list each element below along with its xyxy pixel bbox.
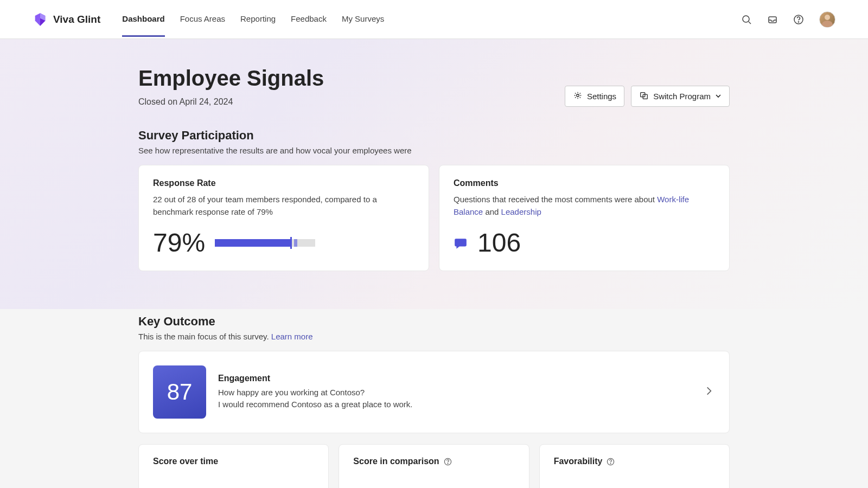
tab-reporting[interactable]: Reporting bbox=[240, 2, 276, 37]
info-icon[interactable] bbox=[607, 458, 615, 466]
switch-icon bbox=[639, 91, 649, 102]
response-rate-title: Response Rate bbox=[153, 178, 414, 188]
page-closed-date: Closed on April 24, 2024 bbox=[138, 97, 324, 107]
header-actions bbox=[741, 11, 835, 28]
brand[interactable]: Viva Glint bbox=[33, 12, 100, 27]
favorability-card[interactable]: Favorability bbox=[539, 444, 730, 488]
comments-title: Comments bbox=[454, 178, 715, 188]
comments-card: Comments Questions that received the mos… bbox=[439, 165, 730, 271]
svg-point-0 bbox=[743, 16, 749, 22]
response-rate-value: 79% bbox=[153, 228, 205, 258]
switch-label: Switch Program bbox=[653, 92, 711, 101]
favorability-title: Favorability bbox=[554, 457, 715, 466]
search-icon[interactable] bbox=[741, 14, 752, 25]
svg-point-4 bbox=[798, 21, 799, 22]
comment-icon bbox=[454, 236, 468, 249]
response-rate-card: Response Rate 22 out of 28 of your team … bbox=[138, 165, 429, 271]
response-rate-bar bbox=[215, 239, 315, 247]
svg-point-9 bbox=[448, 463, 448, 464]
tab-focus-areas[interactable]: Focus Areas bbox=[180, 2, 225, 37]
engagement-line2: I would recommend Contoso as a great pla… bbox=[218, 399, 691, 411]
svg-point-11 bbox=[611, 463, 611, 464]
page-title: Employee Signals bbox=[138, 66, 324, 91]
viva-glint-logo-icon bbox=[33, 12, 48, 27]
comments-count: 106 bbox=[477, 228, 521, 258]
score-in-comparison-card[interactable]: Score in comparison bbox=[339, 444, 529, 488]
participation-title: Survey Participation bbox=[138, 129, 730, 143]
learn-more-link[interactable]: Learn more bbox=[271, 332, 313, 341]
settings-label: Settings bbox=[587, 92, 616, 101]
outcome-section-subtitle: This is the main focus of this survey. L… bbox=[138, 332, 730, 341]
help-icon[interactable] bbox=[793, 14, 804, 25]
hero-section: Employee Signals Closed on April 24, 202… bbox=[0, 39, 868, 309]
avatar[interactable] bbox=[819, 11, 835, 28]
chevron-right-icon bbox=[703, 385, 715, 399]
tab-dashboard[interactable]: Dashboard bbox=[122, 2, 164, 37]
engagement-card[interactable]: 87 Engagement How happy are you working … bbox=[138, 351, 730, 433]
gear-icon bbox=[573, 91, 583, 102]
top-header: Viva Glint Dashboard Focus Areas Reporti… bbox=[0, 0, 868, 39]
svg-line-1 bbox=[749, 22, 751, 24]
inbox-icon[interactable] bbox=[767, 14, 778, 25]
tab-feedback[interactable]: Feedback bbox=[291, 2, 327, 37]
participation-subtitle: See how representative the results are a… bbox=[138, 146, 730, 155]
nav-tabs: Dashboard Focus Areas Reporting Feedback… bbox=[122, 2, 741, 37]
outcome-section-title: Key Outcome bbox=[138, 314, 730, 329]
response-rate-desc: 22 out of 28 of your team members respon… bbox=[153, 194, 414, 218]
leadership-link[interactable]: Leadership bbox=[501, 207, 541, 216]
settings-button[interactable]: Settings bbox=[565, 86, 624, 107]
chevron-down-icon bbox=[715, 92, 722, 101]
engagement-score: 87 bbox=[153, 365, 206, 419]
score-over-time-title: Score over time bbox=[153, 457, 314, 466]
brand-name: Viva Glint bbox=[53, 14, 100, 25]
engagement-line1: How happy are you working at Contoso? bbox=[218, 387, 691, 399]
switch-program-button[interactable]: Switch Program bbox=[631, 86, 730, 107]
score-in-comparison-title: Score in comparison bbox=[353, 457, 514, 466]
info-icon[interactable] bbox=[444, 458, 452, 466]
comments-desc: Questions that received the most comment… bbox=[454, 194, 715, 218]
score-over-time-card[interactable]: Score over time bbox=[138, 444, 329, 488]
tab-my-surveys[interactable]: My Surveys bbox=[342, 2, 384, 37]
engagement-label: Engagement bbox=[218, 374, 691, 383]
svg-point-5 bbox=[577, 94, 579, 97]
